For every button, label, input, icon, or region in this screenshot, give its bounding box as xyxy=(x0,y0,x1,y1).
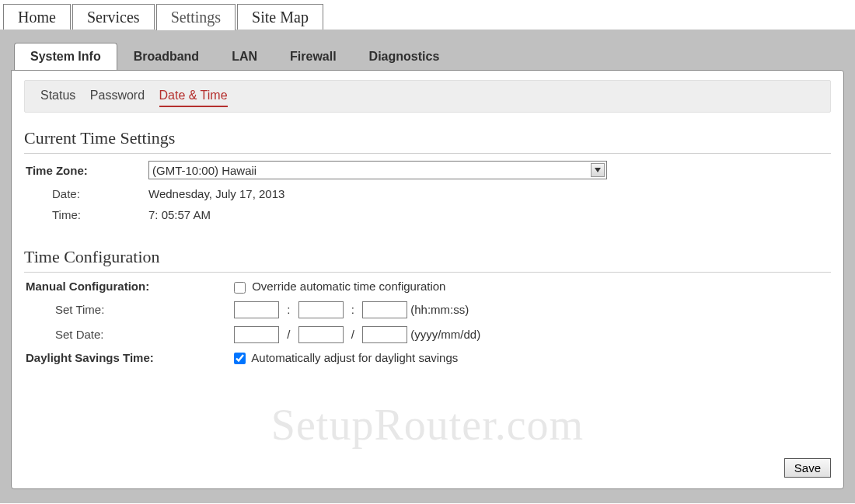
label-date: Date: xyxy=(24,187,148,200)
tertiary-password[interactable]: Password xyxy=(90,89,145,106)
label-set-date: Set Date: xyxy=(24,328,234,341)
label-time-zone: Time Zone: xyxy=(24,164,148,177)
dst-checkbox-label: Automatically adjust for daylight saving… xyxy=(251,351,458,364)
heading-current-time-settings: Current Time Settings xyxy=(24,128,831,154)
label-manual-configuration: Manual Configuration: xyxy=(24,280,234,293)
separator-slash: / xyxy=(351,328,354,341)
separator-slash: / xyxy=(287,328,290,341)
heading-time-configuration: Time Configuration xyxy=(24,247,831,273)
label-set-time: Set Time: xyxy=(24,303,234,316)
override-checkbox-label: Override automatic time configuration xyxy=(252,280,445,293)
set-date-yyyy-input[interactable] xyxy=(234,326,279,343)
content-frame: System Info Broadband LAN Firewall Diagn… xyxy=(0,30,855,503)
label-dst: Daylight Savings Time: xyxy=(24,351,234,364)
tab-home[interactable]: Home xyxy=(3,4,71,30)
label-time: Time: xyxy=(24,208,148,221)
subtab-broadband[interactable]: Broadband xyxy=(117,43,215,70)
subtab-firewall[interactable]: Firewall xyxy=(274,43,353,70)
set-date-dd-input[interactable] xyxy=(362,326,407,343)
set-time-mm-input[interactable] xyxy=(298,301,344,318)
value-time: 7: 05:57 AM xyxy=(148,208,831,221)
watermark-text: SetupRouter.com xyxy=(12,400,843,450)
subtab-lan[interactable]: LAN xyxy=(215,43,274,70)
set-time-hint: (hh:mm:ss) xyxy=(410,303,469,316)
subtab-diagnostics[interactable]: Diagnostics xyxy=(353,43,456,70)
separator-colon: : xyxy=(351,303,354,316)
time-zone-selected-value: (GMT-10:00) Hawaii xyxy=(152,164,256,177)
value-date: Wednesday, July 17, 2013 xyxy=(148,187,831,200)
svg-marker-0 xyxy=(595,168,601,172)
override-checkbox[interactable] xyxy=(234,282,246,294)
time-zone-select[interactable]: (GMT-10:00) Hawaii xyxy=(148,161,607,179)
tertiary-date-time[interactable]: Date & Time xyxy=(159,89,228,107)
dst-checkbox[interactable] xyxy=(234,353,246,364)
set-date-mm-input[interactable] xyxy=(298,326,344,343)
top-nav: Home Services Settings Site Map xyxy=(0,0,855,30)
tab-services[interactable]: Services xyxy=(72,4,155,30)
subtab-system-info[interactable]: System Info xyxy=(14,43,117,71)
set-time-hh-input[interactable] xyxy=(234,301,279,318)
set-time-ss-input[interactable] xyxy=(362,301,407,318)
tertiary-status[interactable]: Status xyxy=(40,89,75,106)
tab-settings[interactable]: Settings xyxy=(156,4,236,30)
content-panel: Status Password Date & Time Current Time… xyxy=(11,70,844,489)
chevron-down-icon xyxy=(591,163,605,177)
set-date-hint: (yyyy/mm/dd) xyxy=(410,328,480,341)
subtab-bar: System Info Broadband LAN Firewall Diagn… xyxy=(11,39,844,70)
tab-site-map[interactable]: Site Map xyxy=(237,4,323,30)
save-button[interactable]: Save xyxy=(784,458,831,478)
separator-colon: : xyxy=(287,303,290,316)
tertiary-nav: Status Password Date & Time xyxy=(24,80,831,113)
